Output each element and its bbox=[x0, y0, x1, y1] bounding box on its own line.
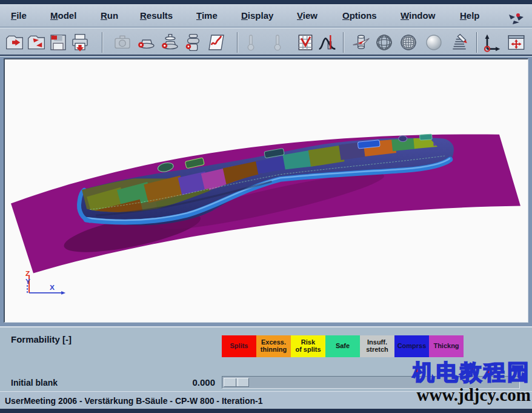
legend-compression[interactable]: Comprss bbox=[394, 335, 429, 357]
viewport-frame: Z Y X bbox=[0, 57, 532, 326]
toolbar-separator bbox=[102, 32, 103, 53]
toolbar bbox=[0, 28, 532, 56]
status-bar: UserMeeting 2006 - Verstärkung B-Säule -… bbox=[0, 391, 532, 409]
app-logo-icon bbox=[507, 12, 527, 25]
result-variable-title: Formability [-] bbox=[11, 334, 71, 344]
save-icon[interactable] bbox=[48, 33, 68, 52]
legend-risk-of-splits[interactable]: Risk of splits bbox=[291, 335, 325, 357]
hatching-icon[interactable] bbox=[450, 33, 469, 52]
fit-view-icon[interactable] bbox=[507, 33, 526, 52]
menu-time[interactable]: Time bbox=[196, 10, 218, 21]
upper-tool-icon[interactable] bbox=[161, 33, 180, 52]
legend-excess-thinning[interactable]: Excess. thinning bbox=[256, 335, 291, 357]
axis-x-label: X bbox=[50, 283, 55, 292]
viewport-3d-render: Z Y X bbox=[5, 59, 528, 322]
menu-window[interactable]: Window bbox=[401, 10, 435, 21]
status-text: UserMeeting 2006 - Verstärkung B-Säule -… bbox=[5, 396, 263, 406]
open-project-icon[interactable] bbox=[5, 33, 24, 52]
thermometer-2-icon[interactable] bbox=[268, 33, 287, 52]
process-curve-icon[interactable] bbox=[207, 33, 226, 52]
shaded-sphere-icon[interactable] bbox=[424, 33, 444, 52]
results-panel: Formability [-] Splits Excess. thinning … bbox=[0, 326, 532, 391]
menu-display[interactable]: Display bbox=[241, 10, 273, 21]
wireframe-sphere-icon[interactable] bbox=[374, 33, 394, 52]
menu-run[interactable]: Run bbox=[101, 10, 118, 21]
menu-options[interactable]: Options bbox=[342, 10, 377, 21]
window-top-border bbox=[0, 0, 532, 4]
menu-view[interactable]: View bbox=[297, 10, 318, 21]
window-bottom-border bbox=[0, 409, 532, 413]
menu-help[interactable]: Help bbox=[460, 10, 480, 21]
import-export-icon[interactable] bbox=[27, 33, 46, 52]
menu-file[interactable]: File bbox=[11, 10, 27, 21]
toolbar-separator bbox=[237, 32, 238, 53]
time-slider-handle[interactable] bbox=[224, 378, 249, 387]
distribution-icon[interactable] bbox=[318, 33, 337, 52]
legend-safe[interactable]: Safe bbox=[325, 335, 360, 357]
formability-legend: Splits Excess. thinning Risk of splits S… bbox=[222, 335, 464, 357]
camera-icon[interactable] bbox=[113, 33, 132, 52]
press-icon[interactable] bbox=[184, 33, 203, 52]
time-slider[interactable] bbox=[222, 376, 520, 389]
legend-insufficient-stretch[interactable]: Insuff. stretch bbox=[360, 335, 394, 357]
application-window: { "window": { "menu": { "items": [ {"lab… bbox=[0, 0, 532, 413]
time-stage-value: 0.000 bbox=[179, 377, 215, 388]
viewport-3d-canvas[interactable]: Z Y X bbox=[4, 58, 528, 323]
coordinate-axes-icon[interactable] bbox=[482, 33, 502, 52]
axis-y-label: Y bbox=[25, 277, 30, 286]
legend-splits[interactable]: Splits bbox=[222, 335, 256, 357]
lower-tool-icon[interactable] bbox=[137, 33, 156, 52]
time-stage-label: Initial blank bbox=[11, 378, 58, 388]
menu-model[interactable]: Model bbox=[50, 10, 76, 21]
print-icon[interactable] bbox=[70, 33, 90, 52]
toolbar-separator bbox=[476, 32, 477, 53]
fld-table-icon[interactable] bbox=[296, 33, 315, 52]
menu-bar: File Model Run Results Time Display View… bbox=[0, 4, 532, 27]
section-cut-icon[interactable] bbox=[351, 33, 371, 52]
thermometer-1-icon[interactable] bbox=[241, 33, 261, 52]
toolbar-separator bbox=[343, 32, 344, 53]
axis-triad: Z Y X bbox=[25, 270, 65, 295]
legend-thickening[interactable]: Thickng bbox=[429, 335, 464, 357]
mesh-sphere-icon[interactable] bbox=[399, 33, 418, 52]
menu-results[interactable]: Results bbox=[140, 10, 173, 21]
